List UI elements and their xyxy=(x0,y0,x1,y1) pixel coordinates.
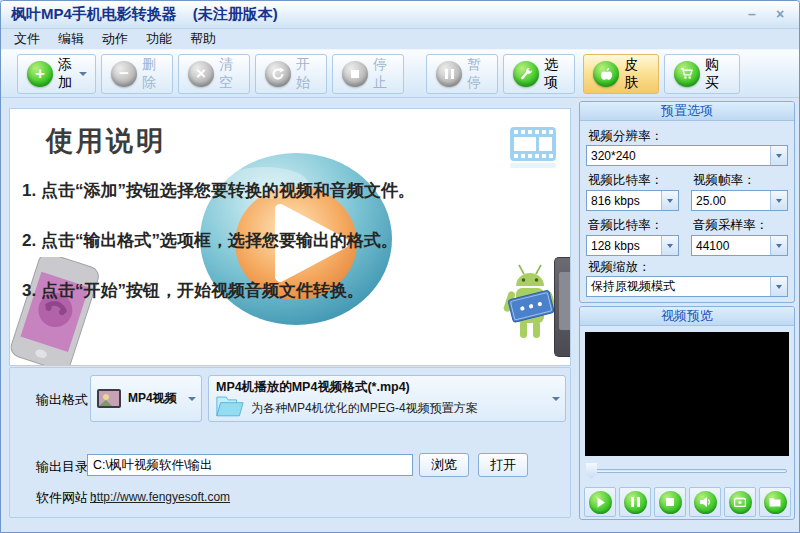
instruction-step-3: 3. 点击“开始”按钮，开始视频音频文件转换。 xyxy=(22,279,570,302)
film-strip-icon xyxy=(508,124,558,170)
video-bitrate-select[interactable]: 816 kbps xyxy=(586,190,679,211)
seek-slider-track xyxy=(586,469,787,473)
clear-button-label: 清空 xyxy=(219,56,240,92)
preview-pause-button[interactable] xyxy=(619,487,651,517)
output-dir-input[interactable]: C:\枫叶视频软件\输出 xyxy=(87,454,413,476)
instruction-step-1: 1. 点击“添加”按钮选择您要转换的视频和音频文件。 xyxy=(22,179,570,202)
add-button[interactable]: + 添加 xyxy=(17,54,96,94)
seek-slider[interactable] xyxy=(586,463,787,479)
chevron-down-icon xyxy=(661,191,678,210)
dark-phone-graphic xyxy=(554,257,571,357)
audio-samplerate-value: 44100 xyxy=(692,239,770,253)
preview-openfolder-button[interactable] xyxy=(759,487,791,517)
video-scale-label: 视频缩放： xyxy=(588,259,651,276)
close-button[interactable]: × xyxy=(771,6,789,22)
chevron-down-icon xyxy=(770,236,787,255)
video-preview-title: 视频预览 xyxy=(661,307,713,325)
preview-volume-button[interactable] xyxy=(689,487,721,517)
toolbar: + 添加 − 删除 × 清空 开始 停止 暂停 xyxy=(1,49,799,98)
video-preview-screen xyxy=(585,332,789,456)
pink-phone-graphic xyxy=(9,257,122,366)
output-format-type-value: MP4视频 xyxy=(128,390,182,407)
speaker-icon xyxy=(694,491,717,514)
pause-button[interactable]: 暂停 xyxy=(426,54,498,94)
chevron-down-icon xyxy=(661,236,678,255)
menu-item-file[interactable]: 文件 xyxy=(5,30,49,48)
format-preset-name: MP4机播放的MP4视频格式(*.mp4) xyxy=(216,379,410,396)
video-resolution-value: 320*240 xyxy=(587,149,770,163)
video-preview-group: 视频预览 xyxy=(579,306,795,520)
remove-icon: − xyxy=(111,61,137,87)
menu-bar: 文件 编辑 动作 功能 帮助 xyxy=(1,29,799,49)
output-format-preset-select[interactable]: MP4机播放的MP4视频格式(*.mp4) 为各种MP4机优化的MPEG-4视频… xyxy=(208,375,566,422)
add-button-label: 添加 xyxy=(58,56,72,92)
preset-options-header: 预置选项 xyxy=(580,102,794,121)
stop-button[interactable]: 停止 xyxy=(332,54,404,94)
menu-item-function[interactable]: 功能 xyxy=(137,30,181,48)
stop-icon xyxy=(659,491,682,514)
output-settings-panel: 输出格式： MP4视频 MP4机播放的MP4视频格式(*.mp4) 为各种MP4… xyxy=(9,367,571,518)
open-button[interactable]: 打开 xyxy=(478,453,528,477)
format-preset-description: 为各种MP4机优化的MPEG-4视频预置方案 xyxy=(251,400,478,417)
stop-icon xyxy=(342,61,368,87)
buy-button-label: 购买 xyxy=(705,56,730,92)
pause-icon xyxy=(436,61,462,87)
options-button[interactable]: 选项 xyxy=(503,54,575,94)
video-framerate-value: 25.00 xyxy=(692,194,770,208)
preview-stop-button[interactable] xyxy=(654,487,686,517)
menu-item-action[interactable]: 动作 xyxy=(93,30,137,48)
chevron-down-icon xyxy=(770,277,787,296)
chevron-down-icon xyxy=(770,191,787,210)
audio-bitrate-value: 128 kbps xyxy=(587,239,661,253)
audio-samplerate-label: 音频采样率： xyxy=(693,217,768,234)
video-bitrate-value: 816 kbps xyxy=(587,194,661,208)
clear-icon: × xyxy=(188,61,214,87)
minimize-button[interactable]: – xyxy=(743,6,761,22)
buy-button[interactable]: 购买 xyxy=(664,54,740,94)
options-button-label: 选项 xyxy=(544,56,565,92)
delete-button[interactable]: − 删除 xyxy=(101,54,173,94)
open-button-label: 打开 xyxy=(490,456,516,474)
video-framerate-select[interactable]: 25.00 xyxy=(691,190,788,211)
video-resolution-label: 视频分辨率： xyxy=(588,128,663,145)
instruction-step-2: 2. 点击“输出格式”选项框，选择您要输出的格式。 xyxy=(22,229,570,252)
video-framerate-label: 视频帧率： xyxy=(693,172,756,189)
menu-item-edit[interactable]: 编辑 xyxy=(49,30,93,48)
skin-button[interactable]: 皮肤 xyxy=(583,54,659,94)
title-bar[interactable]: 枫叶MP4手机电影转换器 (未注册版本) – × xyxy=(1,1,799,29)
add-icon: + xyxy=(27,61,53,87)
menu-item-help[interactable]: 帮助 xyxy=(181,30,225,48)
camera-icon xyxy=(729,491,752,514)
playback-controls xyxy=(584,487,791,517)
stop-button-label: 停止 xyxy=(373,56,394,92)
preview-play-button[interactable] xyxy=(584,487,616,517)
preset-options-title: 预置选项 xyxy=(661,102,713,120)
browse-button-label: 浏览 xyxy=(431,456,457,474)
play-icon xyxy=(589,491,612,514)
folder-icon xyxy=(764,491,787,514)
browse-button[interactable]: 浏览 xyxy=(419,453,469,477)
preset-options-group: 预置选项 视频分辨率： 320*240 视频比特率： 视频帧率： 816 kbp… xyxy=(579,101,795,303)
usage-instructions-panel: 使用说明 1. 点击“添加”按钮选择您要转换的视频和音频文件。 2. 点击“输出… xyxy=(9,108,571,366)
audio-bitrate-select[interactable]: 128 kbps xyxy=(586,235,679,256)
start-icon xyxy=(265,61,291,87)
output-format-type-select[interactable]: MP4视频 xyxy=(90,375,202,422)
preview-snapshot-button[interactable] xyxy=(724,487,756,517)
chevron-down-icon xyxy=(770,146,787,165)
usage-heading: 使用说明 xyxy=(46,123,166,159)
video-thumbnail-icon xyxy=(96,387,124,411)
website-link[interactable]: http://www.fengyesoft.com xyxy=(90,490,230,504)
pause-icon xyxy=(624,491,647,514)
clear-button[interactable]: × 清空 xyxy=(178,54,250,94)
start-button[interactable]: 开始 xyxy=(255,54,327,94)
video-bitrate-label: 视频比特率： xyxy=(588,172,663,189)
video-resolution-select[interactable]: 320*240 xyxy=(586,145,788,166)
skin-button-label: 皮肤 xyxy=(624,56,649,92)
seek-slider-thumb[interactable] xyxy=(586,463,597,479)
chevron-down-icon xyxy=(188,397,196,401)
audio-samplerate-select[interactable]: 44100 xyxy=(691,235,788,256)
output-dir-value: C:\枫叶视频软件\输出 xyxy=(93,457,212,474)
video-preview-header: 视频预览 xyxy=(580,307,794,326)
start-button-label: 开始 xyxy=(296,56,317,92)
video-scale-select[interactable]: 保持原视频模式 xyxy=(586,276,788,297)
